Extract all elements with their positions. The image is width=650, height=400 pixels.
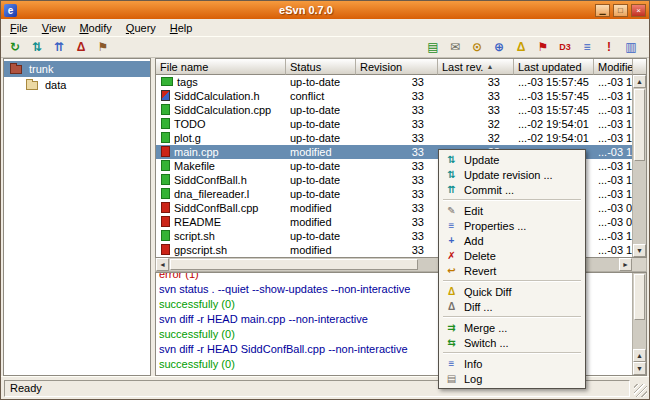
close-button[interactable]: ×: [631, 4, 646, 17]
context-menu-item-commit[interactable]: ⇈Commit ...: [440, 182, 584, 197]
properties-icon: ≡: [583, 41, 590, 53]
cell-modified: ...-03 19: [594, 75, 632, 89]
context-menu-item-quick-diff[interactable]: ΔQuick Diff: [440, 284, 584, 299]
log-vscrollbar[interactable]: ▲ ▼: [632, 273, 646, 375]
context-menu-item-merge[interactable]: ⇉Merge ...: [440, 320, 584, 335]
sort-indicator-icon: ▲: [486, 63, 493, 70]
cell-name: dna_filereader.l: [156, 187, 286, 201]
app-icon[interactable]: e: [4, 4, 17, 17]
file-list-vscrollbar[interactable]: ▲ ▼: [632, 75, 646, 257]
cell-revision: 33: [356, 117, 438, 131]
toolbar-file-add-button[interactable]: ▤: [423, 38, 443, 56]
column-header-modified[interactable]: Modified: [594, 59, 632, 75]
column-header-last-updated[interactable]: Last updated: [514, 59, 594, 75]
context-menu-item-add[interactable]: +Add: [440, 233, 584, 248]
context-menu-item-delete[interactable]: ✗Delete: [440, 248, 584, 263]
file-add-icon: ▤: [427, 41, 438, 53]
column-header-label: Revision: [360, 61, 402, 73]
scroll-right-button[interactable]: ►: [619, 258, 632, 271]
cell-name: SiddConfBall.h: [156, 173, 286, 187]
toolbar-diff-button[interactable]: Δ: [71, 38, 91, 56]
context-menu-item-switch[interactable]: ⇆Switch ...: [440, 335, 584, 350]
uptodate-file-icon: [161, 230, 170, 241]
context-menu-item-edit[interactable]: ✎Edit: [440, 203, 584, 218]
context-menu-item-diff[interactable]: ΔDiff ...: [440, 299, 584, 314]
table-row[interactable]: TODOup-to-date3332...-02 19:54:01...-03 …: [156, 117, 632, 131]
commit-icon: ⇈: [54, 41, 64, 53]
toolbar-properties-button[interactable]: ≡: [577, 38, 597, 56]
scroll-left-button[interactable]: ◄: [156, 258, 169, 271]
menu-separator: [443, 316, 581, 318]
scrollbar-track[interactable]: [633, 273, 646, 349]
column-header-name[interactable]: File name: [156, 59, 286, 75]
folder-icon: [26, 81, 38, 90]
toolbar-update-button[interactable]: ⇅: [27, 38, 47, 56]
scrollbar-thumb[interactable]: [634, 89, 645, 161]
cell-status: modified: [286, 215, 356, 229]
toolbar-info-button[interactable]: ▥: [621, 38, 641, 56]
cell-modified: ...-03 19: [594, 243, 632, 257]
cell-modified: ...-03 19: [594, 145, 632, 159]
filename-text: Makefile: [174, 160, 215, 172]
d3-icon: D3: [559, 43, 571, 52]
context-menu-item-info[interactable]: ≡Info: [440, 356, 584, 371]
column-header-label: File name: [160, 61, 208, 73]
scrollbar-thumb[interactable]: [634, 274, 645, 320]
scroll-up-button[interactable]: ▲: [633, 75, 646, 88]
context-menu-item-revert[interactable]: ↩Revert: [440, 263, 584, 278]
uptodate-file-icon: [161, 104, 170, 115]
application-window: e eSvn 0.7.0 ▁ □ × FileViewModifyQueryHe…: [0, 0, 650, 400]
table-row[interactable]: tagsup-to-date3333...-03 15:57:45...-03 …: [156, 75, 632, 89]
scrollbar-thumb[interactable]: [170, 259, 418, 270]
cell-status: up-to-date: [286, 117, 356, 131]
context-menu-item-label: Add: [464, 235, 484, 247]
column-header-label: Modified: [598, 61, 632, 73]
toolbar-conflict-button[interactable]: !: [599, 38, 619, 56]
maximize-button[interactable]: □: [613, 4, 628, 17]
scroll-down-button[interactable]: ▼: [633, 362, 646, 375]
title-bar[interactable]: e eSvn 0.7.0 ▁ □ ×: [1, 1, 649, 19]
cell-modified: ...-03 19: [594, 89, 632, 103]
table-row[interactable]: SiddCalculation.hconflict3333...-03 15:5…: [156, 89, 632, 103]
menu-file[interactable]: File: [3, 21, 35, 35]
toolbar-right-group: ▤✉⊙⊕Δ⚑D3≡!▥: [423, 38, 641, 56]
toolbar-refresh-button[interactable]: ↻: [5, 38, 25, 56]
table-row[interactable]: plot.gup-to-date3332...-02 19:54:01...-0…: [156, 131, 632, 145]
context-menu-item-log[interactable]: ▤Log: [440, 371, 584, 386]
menu-query[interactable]: Query: [119, 21, 163, 35]
file-list-header: File nameStatusRevisionLast rev.▲Last up…: [156, 59, 632, 75]
toolbar-network-button[interactable]: ⊕: [489, 38, 509, 56]
context-menu-item-properties[interactable]: ≡Properties ...: [440, 218, 584, 233]
scrollbar-track[interactable]: [633, 88, 646, 244]
history-icon: ⊙: [472, 41, 482, 53]
column-header-status[interactable]: Status: [286, 59, 356, 75]
scroll-up-button[interactable]: ▲: [633, 349, 646, 362]
cell-name: SiddCalculation.h: [156, 89, 286, 103]
column-header-last-rev[interactable]: Last rev.▲: [438, 59, 514, 75]
menu-view[interactable]: View: [35, 21, 73, 35]
toolbar-mail-button[interactable]: ✉: [445, 38, 465, 56]
resize-grip[interactable]: [634, 384, 647, 397]
menu-bar: FileViewModifyQueryHelp: [1, 19, 649, 36]
tree-item-trunk[interactable]: trunk: [4, 61, 150, 77]
cell-status: modified: [286, 145, 356, 159]
toolbar-commit-button[interactable]: ⇈: [49, 38, 69, 56]
tree-item-data[interactable]: data: [4, 77, 150, 93]
minimize-button[interactable]: ▁: [595, 4, 610, 17]
context-menu-item-update[interactable]: ⇅Update: [440, 152, 584, 167]
cell-revision: 33: [356, 173, 438, 187]
context-menu-item-update-revision[interactable]: ⇅Update revision ...: [440, 167, 584, 182]
scroll-down-button[interactable]: ▼: [633, 244, 646, 257]
table-row[interactable]: SiddCalculation.cppup-to-date3333...-03 …: [156, 103, 632, 117]
menu-modify[interactable]: Modify: [72, 21, 118, 35]
toolbar-bookmark-button[interactable]: ⚑: [93, 38, 113, 56]
toolbar-history-button[interactable]: ⊙: [467, 38, 487, 56]
menu-help[interactable]: Help: [163, 21, 200, 35]
toolbar-d3-button[interactable]: D3: [555, 38, 575, 56]
toolbar-flag-button[interactable]: ⚑: [533, 38, 553, 56]
cell-modified: ...-03 19: [594, 131, 632, 145]
toolbar-quick-diff-button[interactable]: Δ: [511, 38, 531, 56]
cell-last_rev: 32: [438, 117, 514, 131]
revert-icon: ↩: [445, 266, 458, 276]
column-header-revision[interactable]: Revision: [356, 59, 438, 75]
